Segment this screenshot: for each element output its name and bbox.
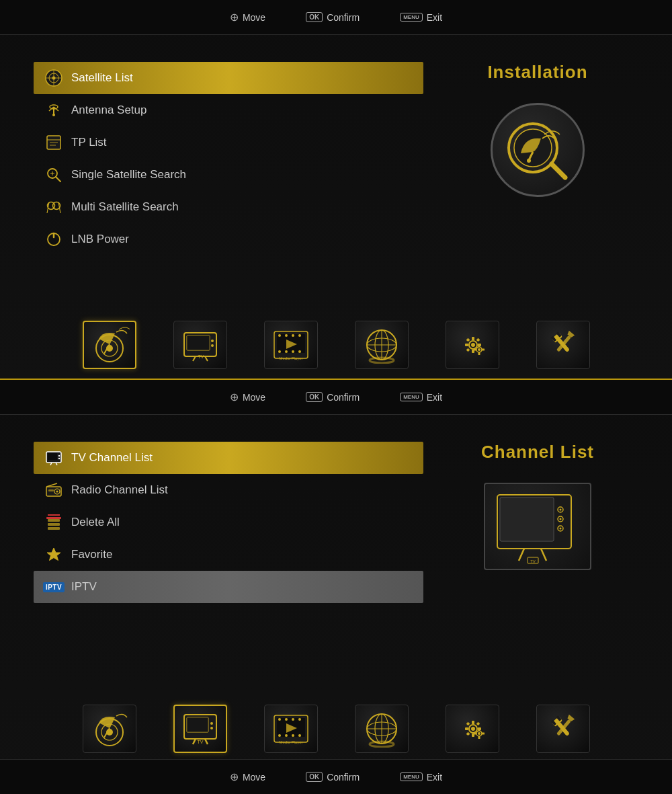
icon-satellite[interactable] bbox=[83, 321, 136, 369]
svg-rect-92 bbox=[48, 519, 60, 522]
svg-point-46 bbox=[298, 334, 301, 337]
top-content-area: Satellite List Antenna Setup bbox=[0, 35, 672, 344]
svg-point-48 bbox=[285, 350, 288, 353]
bottom-icon-media[interactable]: Media Player bbox=[264, 705, 318, 753]
svg-point-36 bbox=[211, 340, 214, 342]
footer-menu-icon-box: MENU bbox=[400, 772, 423, 781]
move-icon: ⊕ bbox=[230, 11, 239, 24]
bottom-confirm-nav: OK Confirm bbox=[306, 392, 360, 403]
bottom-menu-panel: TV Channel List Radio Channel List bbox=[34, 435, 423, 717]
bottom-panel: ⊕ Move OK Confirm MENU Exit bbox=[0, 380, 672, 794]
svg-point-129 bbox=[278, 734, 281, 737]
bottom-panel-title: Channel List bbox=[481, 442, 594, 463]
menu-item-tv-channel-list[interactable]: TV Channel List bbox=[34, 442, 423, 474]
radio-channel-list-label: Radio Channel List bbox=[71, 483, 168, 497]
svg-point-130 bbox=[285, 734, 288, 737]
svg-point-49 bbox=[292, 350, 294, 353]
confirm-label: Confirm bbox=[327, 12, 360, 23]
svg-point-27 bbox=[527, 159, 531, 163]
bottom-icon-row: TV Media Player bbox=[0, 699, 672, 759]
icon-tv[interactable]: TV bbox=[173, 321, 227, 369]
svg-point-84 bbox=[58, 458, 60, 459]
bottom-icon-settings[interactable] bbox=[446, 705, 499, 753]
svg-point-128 bbox=[298, 718, 301, 721]
bottom-icon-globe[interactable] bbox=[355, 705, 409, 753]
installation-icon-circle bbox=[491, 103, 585, 197]
svg-rect-35 bbox=[187, 335, 210, 350]
bottom-satellite-icon-svg bbox=[89, 709, 130, 748]
installation-satellite-svg bbox=[501, 113, 575, 187]
icon-media-player[interactable]: Media Player bbox=[264, 321, 318, 369]
channel-list-tv-container: TV bbox=[484, 483, 591, 570]
menu-icon-box: MENU bbox=[400, 13, 423, 22]
svg-rect-153 bbox=[478, 728, 480, 731]
footer-exit-nav: MENU Exit bbox=[400, 772, 442, 783]
svg-line-15 bbox=[56, 177, 60, 182]
menu-item-delete-all[interactable]: Delete All bbox=[34, 506, 423, 539]
lnb-power-icon bbox=[44, 230, 63, 249]
top-panel: ⊕ Move OK Confirm MENU Exit bbox=[0, 0, 672, 380]
delete-all-label: Delete All bbox=[71, 516, 120, 529]
channel-list-tv-svg: TV bbox=[491, 488, 585, 565]
svg-line-38 bbox=[193, 356, 196, 361]
iptv-label: IPTV bbox=[71, 580, 97, 594]
move-nav-item: ⊕ Move bbox=[230, 11, 265, 24]
bottom-info-panel: Channel List bbox=[437, 435, 638, 717]
svg-rect-156 bbox=[482, 733, 485, 735]
menu-item-satellite-list[interactable]: Satellite List bbox=[34, 62, 423, 94]
svg-rect-74 bbox=[482, 349, 485, 351]
svg-rect-93 bbox=[48, 523, 60, 526]
menu-item-multi-satellite-search[interactable]: Multi Satellite Search bbox=[34, 191, 423, 223]
bottom-globe-icon-svg bbox=[362, 711, 401, 748]
svg-line-39 bbox=[205, 356, 208, 361]
exit-nav-item: MENU Exit bbox=[400, 12, 442, 23]
top-menu-panel: Satellite List Antenna Setup bbox=[34, 55, 423, 324]
svg-text:TV: TV bbox=[197, 740, 203, 744]
menu-item-iptv[interactable]: IPTV IPTV bbox=[34, 571, 423, 603]
bottom-exit-nav: MENU Exit bbox=[400, 392, 442, 403]
icon-tools[interactable] bbox=[536, 321, 590, 369]
icon-settings[interactable] bbox=[446, 321, 499, 369]
confirm-nav-item: OK Confirm bbox=[306, 12, 360, 23]
icon-globe[interactable] bbox=[355, 321, 409, 369]
iptv-icon: IPTV bbox=[44, 578, 63, 596]
antenna-setup-label: Antenna Setup bbox=[71, 104, 146, 117]
svg-point-43 bbox=[278, 334, 281, 337]
svg-rect-65 bbox=[466, 338, 470, 342]
satellite-list-label: Satellite List bbox=[71, 71, 133, 85]
single-satellite-search-icon bbox=[44, 165, 63, 184]
svg-rect-117 bbox=[187, 717, 208, 732]
svg-rect-82 bbox=[48, 453, 57, 460]
bottom-icon-tools[interactable] bbox=[536, 705, 590, 753]
bottom-move-label: Move bbox=[243, 392, 265, 403]
menu-item-tp-list[interactable]: TP List bbox=[34, 126, 423, 159]
svg-point-152 bbox=[478, 732, 480, 735]
bottom-confirm-label: Confirm bbox=[327, 392, 360, 403]
svg-rect-145 bbox=[465, 727, 468, 730]
move-label: Move bbox=[243, 12, 265, 23]
menu-item-radio-channel-list[interactable]: Radio Channel List bbox=[34, 474, 423, 506]
menu-item-antenna-setup[interactable]: Antenna Setup bbox=[34, 94, 423, 126]
svg-rect-87 bbox=[46, 487, 61, 496]
lnb-power-label: LNB Power bbox=[71, 233, 129, 246]
favorite-icon bbox=[44, 545, 63, 564]
menu-item-single-satellite-search[interactable]: Single Satellite Search bbox=[34, 159, 423, 191]
footer-confirm-label: Confirm bbox=[327, 772, 360, 783]
svg-point-90 bbox=[56, 491, 58, 493]
bottom-icon-satellite[interactable] bbox=[83, 705, 136, 753]
bottom-ok-icon-box: OK bbox=[306, 392, 323, 402]
bottom-icon-tv[interactable]: TV bbox=[173, 705, 227, 753]
footer-move-icon: ⊕ bbox=[230, 770, 239, 783]
menu-item-lnb-power[interactable]: LNB Power bbox=[34, 223, 423, 255]
svg-rect-71 bbox=[478, 344, 480, 347]
svg-line-107 bbox=[519, 549, 524, 561]
ok-icon-box: OK bbox=[306, 12, 323, 22]
delete-all-icon bbox=[44, 513, 63, 532]
svg-point-9 bbox=[52, 114, 55, 116]
svg-rect-100 bbox=[501, 498, 553, 541]
menu-item-favorite[interactable]: Favorite bbox=[34, 539, 423, 571]
footer-move-label: Move bbox=[243, 772, 265, 783]
svg-text:Media Player: Media Player bbox=[279, 356, 302, 360]
favorite-label: Favorite bbox=[71, 548, 112, 561]
svg-rect-143 bbox=[472, 721, 474, 724]
